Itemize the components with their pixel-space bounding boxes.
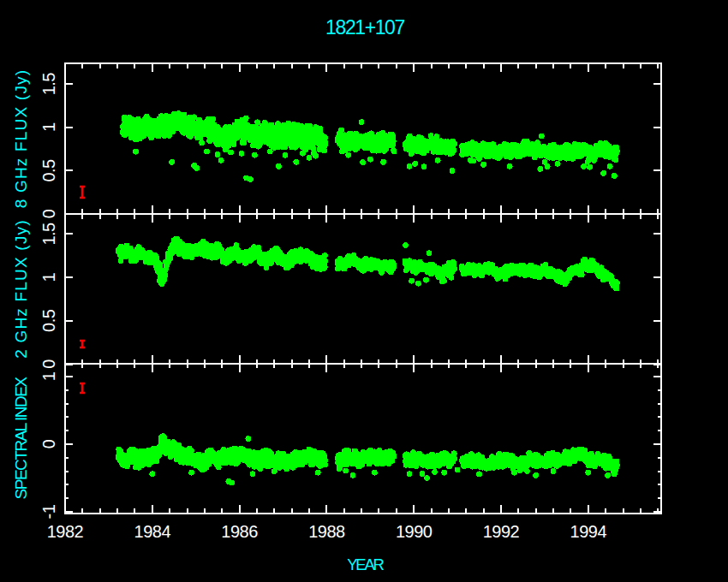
svg-text:SPECTRAL INDEX: SPECTRAL INDEX [12,377,30,500]
svg-text:0.5: 0.5 [39,159,58,182]
svg-text:1: 1 [39,122,58,132]
svg-text:1986: 1986 [221,522,258,541]
svg-text:0: 0 [39,439,58,448]
svg-text:8 GHz FLUX (Jy): 8 GHz FLUX (Jy) [12,69,30,209]
svg-text:-1: -1 [39,504,58,519]
svg-text:0: 0 [39,359,58,369]
svg-text:1984: 1984 [134,522,171,541]
svg-text:1821+107: 1821+107 [325,16,404,39]
svg-text:1.5: 1.5 [39,223,58,246]
svg-text:1982: 1982 [47,522,84,541]
svg-text:1992: 1992 [483,522,520,541]
svg-text:YEAR: YEAR [347,555,384,573]
svg-text:0: 0 [39,209,58,218]
svg-text:0.5: 0.5 [39,309,58,332]
svg-text:2 GHz FLUX (Jy): 2 GHz FLUX (Jy) [12,219,30,359]
svg-text:1: 1 [39,371,58,381]
svg-text:1988: 1988 [308,522,345,541]
svg-text:1990: 1990 [396,522,433,541]
svg-text:1.5: 1.5 [39,73,58,96]
svg-text:1994: 1994 [570,522,607,541]
svg-text:1: 1 [39,272,58,282]
